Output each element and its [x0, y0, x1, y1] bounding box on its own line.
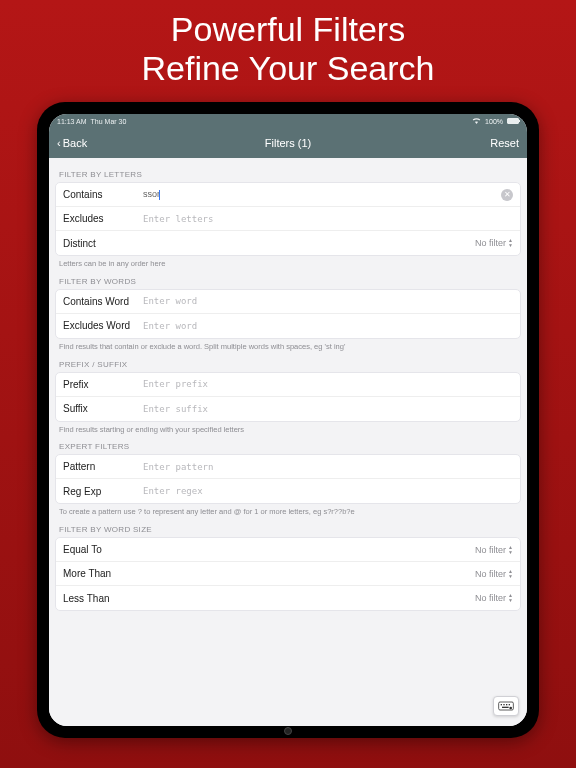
wifi-icon [472, 117, 481, 125]
svg-rect-4 [509, 704, 510, 705]
regex-input[interactable]: Enter regex [143, 486, 513, 496]
back-button[interactable]: ‹ Back [57, 137, 87, 149]
group-expert: Pattern Enter pattern Reg Exp Enter rege… [55, 454, 521, 504]
group-size: Equal To No filter▲▼ More Than No filter… [55, 537, 521, 611]
updown-icon: ▲▼ [508, 569, 513, 579]
more-value: No filter [475, 569, 506, 579]
section-header-expert: EXPERT FILTERS [59, 442, 517, 451]
keyboard-icon [498, 701, 514, 711]
hero-banner: Powerful Filters Refine Your Search [0, 0, 576, 102]
row-contains[interactable]: Contains ssor ✕ [56, 183, 520, 207]
section-header-size: FILTER BY WORD SIZE [59, 525, 517, 534]
excludes-input[interactable]: Enter letters [143, 214, 513, 224]
equal-value: No filter [475, 545, 506, 555]
suffix-input[interactable]: Enter suffix [143, 404, 513, 414]
row-excludes[interactable]: Excludes Enter letters [56, 207, 520, 231]
row-equal-to[interactable]: Equal To No filter▲▼ [56, 538, 520, 562]
less-value: No filter [475, 593, 506, 603]
section-header-prefix: PREFIX / SUFFIX [59, 360, 517, 369]
section-header-words: FILTER BY WORDS [59, 277, 517, 286]
row-regex[interactable]: Reg Exp Enter regex [56, 479, 520, 503]
section-header-letters: FILTER BY LETTERS [59, 170, 517, 179]
group-prefix: Prefix Enter prefix Suffix Enter suffix [55, 372, 521, 422]
row-distinct[interactable]: Distinct No filter▲▼ [56, 231, 520, 255]
keyboard-toggle-button[interactable] [493, 696, 519, 716]
row-excludes-word[interactable]: Excludes Word Enter word [56, 314, 520, 338]
status-bar: 11:13 AM Thu Mar 30 100% [49, 114, 527, 128]
status-battery-pct: 100% [485, 118, 503, 125]
distinct-value: No filter [475, 238, 506, 248]
row-less-than[interactable]: Less Than No filter▲▼ [56, 586, 520, 610]
clear-icon[interactable]: ✕ [501, 189, 513, 201]
svg-rect-5 [502, 707, 509, 708]
pattern-label: Pattern [63, 461, 143, 472]
row-contains-word[interactable]: Contains Word Enter word [56, 290, 520, 314]
updown-icon: ▲▼ [508, 545, 513, 555]
contains-word-label: Contains Word [63, 296, 143, 307]
updown-icon: ▲▼ [508, 238, 513, 248]
regex-label: Reg Exp [63, 486, 143, 497]
letters-hint: Letters can be in any order here [59, 259, 517, 269]
reset-button[interactable]: Reset [490, 137, 519, 149]
expert-hint: To create a pattern use ? to represent a… [59, 507, 517, 517]
row-suffix[interactable]: Suffix Enter suffix [56, 397, 520, 421]
equal-label: Equal To [63, 544, 143, 555]
back-label: Back [63, 137, 87, 149]
group-letters: Contains ssor ✕ Excludes Enter letters D… [55, 182, 521, 256]
more-label: More Than [63, 568, 143, 579]
text-caret [159, 190, 160, 200]
hero-line2: Refine Your Search [0, 49, 576, 88]
hero-line1: Powerful Filters [0, 10, 576, 49]
words-hint: Find results that contain or exclude a w… [59, 342, 517, 352]
updown-icon: ▲▼ [508, 593, 513, 603]
home-button[interactable] [284, 727, 292, 735]
group-words: Contains Word Enter word Excludes Word E… [55, 289, 521, 339]
nav-title: Filters (1) [265, 137, 311, 149]
less-label: Less Than [63, 593, 143, 604]
excludes-word-input[interactable]: Enter word [143, 321, 513, 331]
svg-rect-3 [506, 704, 507, 705]
content-scroll[interactable]: FILTER BY LETTERS Contains ssor ✕ Exclud… [49, 158, 527, 726]
excludes-word-label: Excludes Word [63, 320, 143, 331]
battery-icon [507, 118, 519, 124]
svg-rect-1 [501, 704, 502, 705]
svg-rect-2 [503, 704, 504, 705]
tablet-frame: 11:13 AM Thu Mar 30 100% ‹ Back Filters … [37, 102, 539, 738]
pattern-input[interactable]: Enter pattern [143, 462, 513, 472]
svg-point-6 [509, 707, 512, 710]
prefix-hint: Find results starting or ending with you… [59, 425, 517, 435]
chevron-left-icon: ‹ [57, 137, 61, 149]
screen: 11:13 AM Thu Mar 30 100% ‹ Back Filters … [49, 114, 527, 726]
suffix-label: Suffix [63, 403, 143, 414]
contains-input[interactable]: ssor [143, 189, 501, 200]
prefix-label: Prefix [63, 379, 143, 390]
status-time: 11:13 AM [57, 118, 87, 125]
status-date: Thu Mar 30 [91, 118, 127, 125]
distinct-label: Distinct [63, 238, 143, 249]
contains-word-input[interactable]: Enter word [143, 296, 513, 306]
prefix-input[interactable]: Enter prefix [143, 379, 513, 389]
row-pattern[interactable]: Pattern Enter pattern [56, 455, 520, 479]
excludes-label: Excludes [63, 213, 143, 224]
contains-label: Contains [63, 189, 143, 200]
nav-bar: ‹ Back Filters (1) Reset [49, 128, 527, 158]
row-prefix[interactable]: Prefix Enter prefix [56, 373, 520, 397]
row-more-than[interactable]: More Than No filter▲▼ [56, 562, 520, 586]
